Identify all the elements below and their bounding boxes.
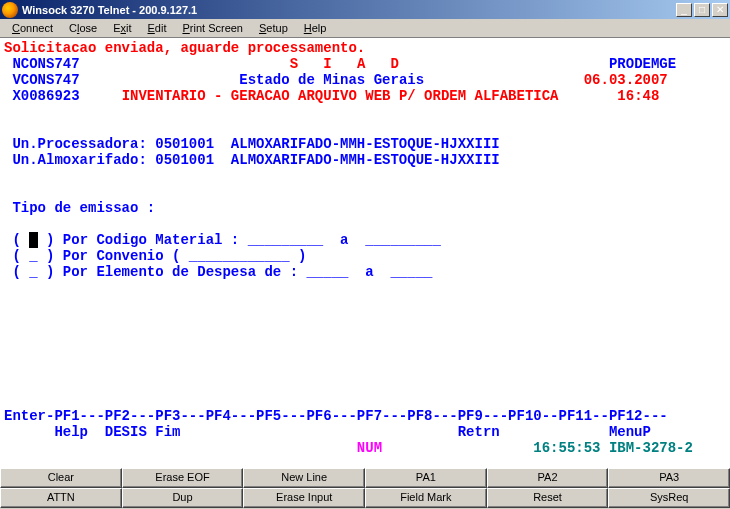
minimize-button[interactable]: _ <box>676 3 692 17</box>
menu-close[interactable]: Close <box>61 20 105 36</box>
close-button[interactable]: ✕ <box>712 3 728 17</box>
num-indicator: NUM <box>4 440 382 456</box>
erase-input-button[interactable]: Erase Input <box>243 488 365 508</box>
vcons-id: VCONS747 <box>4 72 80 88</box>
inventario-title: INVENTARIO - GERACAO ARQUIVO WEB P/ ORDE… <box>80 88 559 104</box>
menu-edit[interactable]: Edit <box>139 20 174 36</box>
button-row-1: Clear Erase EOF New Line PA1 PA2 PA3 <box>0 468 730 488</box>
pa1-button[interactable]: PA1 <box>365 468 487 488</box>
pa3-button[interactable]: PA3 <box>608 468 730 488</box>
menu-print[interactable]: Print Screen <box>174 20 251 36</box>
menu-help[interactable]: Help <box>296 20 335 36</box>
status-message: Solicitacao enviada, aguarde processamen… <box>4 40 365 56</box>
pf-labels-row: Help DESIS Fim Retrn MenuP <box>4 424 651 440</box>
window-title: Winsock 3270 Telnet - 200.9.127.1 <box>22 4 676 16</box>
menu-exit[interactable]: Exit <box>105 20 139 36</box>
reset-button[interactable]: Reset <box>487 488 609 508</box>
terminal-cursor[interactable] <box>29 232 37 248</box>
ncons-id: NCONS747 <box>4 56 80 72</box>
time-label: 16:48 <box>559 88 660 104</box>
maximize-button[interactable]: □ <box>694 3 710 17</box>
new-line-button[interactable]: New Line <box>243 468 365 488</box>
un-processadora: Un.Processadora: 0501001 ALMOXARIFADO-MM… <box>4 136 500 152</box>
dup-button[interactable]: Dup <box>122 488 244 508</box>
app-icon <box>2 2 18 18</box>
option-convenio: ( _ ) Por Convenio ( ____________ ) <box>4 248 306 264</box>
un-almoxarifado: Un.Almoxarifado: 0501001 ALMOXARIFADO-MM… <box>4 152 500 168</box>
tipo-emissao-label: Tipo de emissao : <box>4 200 155 216</box>
estado-label: Estado de Minas Gerais <box>80 72 424 88</box>
option-codigo-material: ) Por Codigo Material : _________ a ____… <box>38 232 441 248</box>
option-elemento-despesa: ( _ ) Por Elemento de Despesa de : _____… <box>4 264 432 280</box>
menu-connect[interactable]: Connect <box>4 20 61 36</box>
xcode: X0086923 <box>4 88 80 104</box>
terminal-screen[interactable]: Solicitacao enviada, aguarde processamen… <box>0 38 730 468</box>
titlebar: Winsock 3270 Telnet - 200.9.127.1 _ □ ✕ <box>0 0 730 19</box>
pf-keys-row: Enter-PF1---PF2---PF3---PF4---PF5---PF6-… <box>4 408 668 424</box>
attn-button[interactable]: ATTN <box>0 488 122 508</box>
field-mark-button[interactable]: Field Mark <box>365 488 487 508</box>
pa2-button[interactable]: PA2 <box>487 468 609 488</box>
menubar: Connect Close Exit Edit Print Screen Set… <box>0 19 730 38</box>
clear-button[interactable]: Clear <box>0 468 122 488</box>
date-label: 06.03.2007 <box>424 72 668 88</box>
button-row-2: ATTN Dup Erase Input Field Mark Reset Sy… <box>0 488 730 508</box>
erase-eof-button[interactable]: Erase EOF <box>122 468 244 488</box>
sysreq-button[interactable]: SysReq <box>608 488 730 508</box>
status-line: 16:55:53 IBM-3278-2 <box>382 440 693 456</box>
prodemge-label: PRODEMGE <box>399 56 676 72</box>
menu-setup[interactable]: Setup <box>251 20 296 36</box>
